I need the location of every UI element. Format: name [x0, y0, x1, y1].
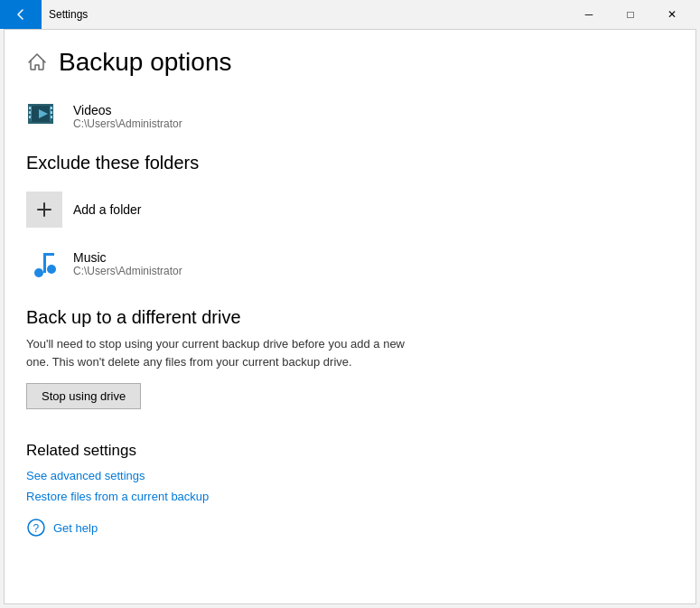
spacer-1: [26, 293, 674, 307]
svg-rect-10: [51, 111, 52, 114]
svg-point-16: [34, 268, 43, 277]
stop-using-drive-button[interactable]: Stop using drive: [26, 383, 141, 409]
restore-files-link[interactable]: Restore files from a current backup: [26, 490, 674, 503]
exclude-folders-heading: Exclude these folders: [26, 153, 674, 173]
svg-text:?: ?: [33, 522, 40, 535]
videos-folder-name: Videos: [73, 103, 182, 117]
home-icon: [26, 51, 48, 73]
maximize-button[interactable]: □: [610, 0, 651, 29]
svg-rect-18: [43, 253, 46, 273]
advanced-settings-link[interactable]: See advanced settings: [26, 469, 674, 482]
videos-folder-path: C:\Users\Administrator: [73, 117, 182, 130]
videos-folder-item: Videos C:\Users\Administrator: [26, 91, 674, 142]
svg-rect-19: [43, 253, 54, 256]
title-bar: Settings ─ □ ✕: [0, 0, 700, 29]
minimize-button[interactable]: ─: [568, 0, 610, 29]
svg-rect-8: [29, 116, 31, 118]
add-folder-button[interactable]: [26, 192, 62, 228]
window-title: Settings: [49, 8, 568, 21]
svg-rect-11: [51, 116, 52, 118]
get-help-link[interactable]: Get help: [53, 521, 98, 535]
music-folder-item: Music C:\Users\Administrator: [26, 239, 674, 289]
videos-folder-icon: [26, 98, 62, 135]
related-settings-heading: Related settings: [26, 442, 674, 460]
music-folder-path: C:\Users\Administrator: [73, 265, 182, 277]
get-help-icon: ?: [26, 518, 46, 538]
back-button[interactable]: [0, 0, 42, 29]
page-header: Backup options: [5, 30, 695, 91]
music-folder-icon: [26, 246, 62, 282]
content-area: Videos C:\Users\Administrator Exclude th…: [5, 91, 695, 538]
svg-rect-6: [29, 107, 31, 109]
videos-folder-info: Videos C:\Users\Administrator: [73, 103, 182, 130]
drive-section-heading: Back up to a different drive: [26, 307, 674, 328]
drive-section-description: You'll need to stop using your current b…: [26, 335, 424, 370]
close-button[interactable]: ✕: [651, 0, 693, 29]
music-folder-name: Music: [73, 250, 182, 265]
add-folder-label: Add a folder: [73, 202, 142, 217]
get-help-row[interactable]: ? Get help: [26, 518, 674, 538]
page-title: Backup options: [59, 48, 231, 77]
main-content: Backup options: [4, 29, 696, 604]
svg-rect-9: [51, 107, 52, 109]
music-folder-info: Music C:\Users\Administrator: [73, 250, 182, 277]
add-folder-row[interactable]: Add a folder: [26, 184, 674, 235]
spacer-2: [26, 427, 674, 442]
svg-rect-7: [29, 111, 31, 114]
window-controls: ─ □ ✕: [568, 0, 693, 29]
svg-point-17: [47, 265, 56, 274]
